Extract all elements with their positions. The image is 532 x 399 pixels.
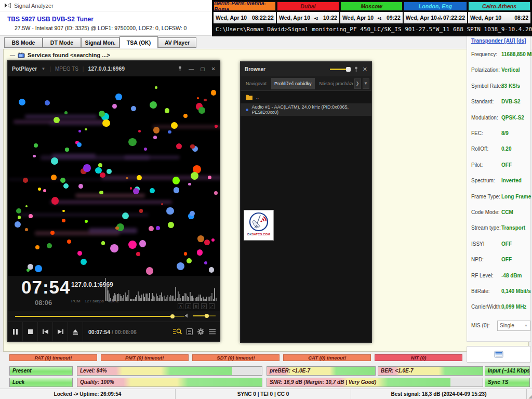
param-row-fec: FEC:8/9 [471, 130, 529, 136]
audio-track-item[interactable]: Audio #1 - AAC(LATM), 24.0 kHz (PID:0x00… [241, 103, 371, 116]
folder-up-item[interactable]: .. [241, 91, 371, 103]
quality-label: Quality: 100% [80, 379, 114, 385]
browser-opacity-slider[interactable] [330, 69, 350, 70]
player-info-band: 07:54 08:06 127.0.0.1:6969 PCM 127.6kbps… [8, 276, 220, 311]
preber-meter: preBER: <1.0E-7 [267, 366, 376, 376]
seek-knob[interactable] [170, 314, 175, 318]
volume-knob[interactable] [205, 314, 209, 318]
param-row-modulation: Modulation:QPSK-S2 [471, 115, 529, 121]
psi-table-row: PAT (0) timeout!PMT (0) timeout!SDT (0) … [9, 354, 462, 361]
next-button[interactable] [53, 322, 68, 341]
tab-forward-button[interactable]: ❯ [354, 78, 361, 89]
speaker-icon[interactable] [184, 313, 190, 318]
psi-segment-pmt: PMT (0) timeout! [101, 354, 189, 361]
param-row-bitrate: BitRate:0,140 Mbit/s [471, 288, 529, 294]
playlist-icon[interactable] [187, 328, 193, 335]
tab-navigovat[interactable]: Navigovat [243, 78, 270, 89]
psi-segment-nit: NIT (0) [375, 354, 462, 361]
browser-titlebar[interactable]: Browser ✕ [241, 62, 371, 76]
snr-meter: SNR: 16,9 dB (Margin: 10,7 dB | Very Goo… [267, 378, 483, 387]
time-elapsed: 00:07:54 [88, 329, 110, 335]
tab-nastroj-prochazeni[interactable]: Nástroj procházení titu... [316, 78, 353, 89]
command-line[interactable]: C:\Users\Roman Dávid>Signal monitoring_P… [212, 23, 531, 33]
clock-time-3: Wed, Apr 10-1JST07:22:22 [404, 12, 467, 23]
storage-button[interactable] [467, 346, 531, 363]
ber-label: BER: <1.0E-7 [381, 368, 414, 374]
level-meter: Level: 84% [77, 366, 262, 376]
tv-icon [18, 52, 25, 58]
lock-label: Lock [12, 379, 24, 385]
app-statusbar: Locked -> Uptime: 26:09:54 SYNC 0 | TEI … [0, 389, 532, 399]
clock-city-4: Cairo-Athens [468, 2, 530, 11]
bottom-status-strip: PAT (0) timeout!PMT (0) timeout!SDT (0) … [0, 352, 532, 389]
services-label: Services found <searching ...> [28, 52, 110, 58]
tab-bs-mode[interactable]: BS Mode [4, 37, 43, 48]
gear-icon[interactable] [197, 328, 204, 335]
param-row-frametype: Frame Type:Long Frame [471, 194, 529, 200]
param-row-polarization: Polarization:Vertical [471, 67, 529, 73]
tab-prohlizec-nabidky[interactable]: Prohlížeč nabídky [271, 78, 315, 89]
resize-grip[interactable]: ◢ [527, 389, 532, 399]
seek-row [8, 311, 220, 322]
pause-button[interactable] [8, 322, 23, 341]
transponder-panel: Transponder [AU] [ds] Frequency:11688,85… [467, 35, 531, 342]
signal-analyzer-app: Signal Analyzer TBS 5927 USB DVB-S2 Tune… [0, 0, 532, 399]
previous-button[interactable] [38, 322, 53, 341]
tab-signal-mon[interactable]: Signal Mon. [81, 37, 119, 48]
seek-bar[interactable] [15, 316, 184, 317]
ab-repeat-icons[interactable]: AZB⟳⤢ [178, 303, 215, 309]
tree-expander[interactable]: — [10, 52, 15, 58]
dxsatcs-logo: DXSATCS.COM [244, 210, 274, 241]
tuner-settings: 27.5W - Intelsat 907 (ID: 3325) @ LOF1: … [15, 25, 187, 31]
disk-stack-icon [494, 351, 503, 358]
app-title: Signal Analyzer [14, 3, 54, 9]
mis-select[interactable]: Single ▼ [497, 321, 530, 331]
minimize-icon[interactable]: — [189, 66, 194, 72]
chevron-down-icon: ▼ [524, 324, 528, 327]
chevron-down-icon: ▼ [41, 66, 45, 71]
psi-segment-pat: PAT (0) timeout! [9, 354, 97, 361]
video-area[interactable] [8, 76, 220, 276]
potplayer-titlebar[interactable]: PotPlayer ▼ | MPEG TS | 127.0.0.1:6969 —… [8, 61, 220, 76]
eject-button[interactable] [68, 322, 83, 341]
menu-icon[interactable] [209, 329, 216, 335]
logo-text: DXSATCS.COM [247, 233, 270, 236]
pin-icon[interactable] [178, 66, 182, 72]
preber-label: preBER: <1.0E-7 [270, 368, 310, 374]
mis-row: MIS (0): Single ▼ [471, 323, 529, 328]
maximize-icon[interactable]: ▢ [200, 66, 205, 72]
tab-dropdown-button[interactable]: ▼ [363, 78, 369, 89]
clock-city-2: Moscow [340, 2, 403, 11]
stream-type-label: MPEG TS [55, 66, 78, 72]
tab-dt-mode[interactable]: DT Mode [43, 37, 81, 48]
psi-segment-cat: CAT (0) timeout! [283, 354, 371, 361]
stop-button[interactable] [23, 322, 38, 341]
close-icon[interactable]: ✕ [211, 66, 216, 72]
level-label: Level: 84% [80, 368, 107, 374]
browser-title: Browser [245, 66, 265, 72]
services-tree-item[interactable]: — Services found <searching ...> [10, 52, 110, 58]
statusbar-best-signal: Best signal: 18,3 dB (2024-04-09 15:23) [351, 389, 527, 399]
mis-label: MIS (0): [471, 323, 490, 328]
volume-slider[interactable] [193, 315, 216, 316]
ber-meter: BER: <1.0E-7 [378, 366, 483, 376]
param-row-pilot: Pilot:OFF [471, 162, 529, 168]
clock-time-0: Wed, Apr 1008:22:22 [214, 12, 276, 23]
slider-knob[interactable] [346, 67, 351, 72]
tab-av-player[interactable]: AV Player [158, 37, 196, 48]
lock-indicator: Lock [9, 378, 73, 387]
clock-time-4: Wed, Apr 1008:22 [468, 12, 530, 23]
tab-tsa[interactable]: TSA (OK) [119, 36, 158, 48]
param-row-symbolrate: Symbol Rate:83 KS/s [471, 83, 529, 89]
param-row-spectrum: Spectrum:Inverted [471, 178, 529, 183]
potplayer-menu[interactable]: PotPlayer [12, 65, 37, 72]
input-label: Input (~141 Kbps) [488, 368, 530, 374]
folder-icon [246, 95, 252, 100]
param-row-streamtype: Stream type:Transport [471, 225, 529, 231]
statusbar-sync: SYNC 0 | TEI 0 | CC 0 [176, 389, 351, 399]
close-icon[interactable]: ✕ [363, 66, 367, 73]
pin-icon[interactable] [354, 66, 358, 72]
browse-search-icon[interactable] [173, 328, 182, 335]
present-indicator: Present [9, 366, 73, 376]
transponder-link[interactable]: Transponder [AU] [ds] [471, 38, 530, 44]
